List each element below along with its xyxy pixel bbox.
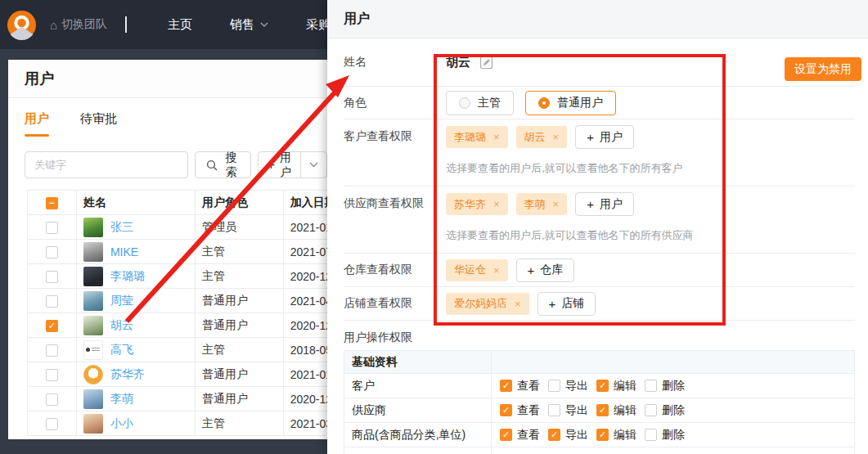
radio-icon (538, 97, 550, 109)
perm-delete[interactable]: 删除 (645, 379, 685, 393)
table-row[interactable]: 小小主管2021-03-04 (28, 411, 328, 436)
perm-checkbox[interactable]: ✓ (596, 380, 609, 392)
user-name-link[interactable]: 苏华齐 (110, 367, 145, 382)
perm-view[interactable]: ✓查看 (500, 428, 540, 443)
close-icon[interactable]: × (515, 298, 521, 310)
op-row: 商品(含商品分类,单位)✓查看✓导出✓编辑删除 (344, 423, 854, 447)
row-checkbox[interactable] (46, 369, 58, 381)
nav-item-sales[interactable]: 销售 (230, 17, 268, 33)
table-row[interactable]: 苏华齐普通用户2021-01-06 (28, 362, 328, 387)
perm-export[interactable]: 导出 (548, 379, 588, 393)
table-row[interactable]: 李璐璐主管2020-12-18 (28, 264, 328, 289)
user-name-link[interactable]: 李璐璐 (110, 269, 145, 284)
add-store-view-button[interactable]: +店铺 (537, 292, 596, 316)
row-checkbox[interactable] (46, 246, 58, 258)
select-all-checkbox[interactable]: − (46, 197, 58, 209)
role-option-supervisor[interactable]: 主管 (446, 91, 514, 115)
add-user-button[interactable]: + 用户 (258, 151, 327, 178)
add-supplier-view-button[interactable]: +用户 (575, 192, 634, 216)
close-icon[interactable]: × (553, 131, 560, 143)
row-checkbox[interactable] (46, 295, 58, 308)
user-avatar (83, 389, 103, 409)
table-row[interactable]: 高飞主管2018-05-29 (28, 338, 328, 362)
row-checkbox[interactable] (46, 344, 58, 357)
perm-edit[interactable]: ✓编辑 (596, 379, 636, 393)
perm-checkbox[interactable] (645, 380, 657, 392)
close-icon[interactable]: × (493, 131, 500, 143)
user-join-date: 2021-03-04 (283, 411, 327, 436)
user-name-link[interactable]: 李萌 (110, 392, 133, 407)
edit-icon[interactable] (479, 56, 493, 70)
role-option-normal-user[interactable]: 普通用户 (525, 91, 616, 115)
nav-item-label: 主页 (168, 17, 192, 33)
perm-edit[interactable]: ✓编辑 (596, 428, 636, 443)
perm-checkbox[interactable]: ✓ (596, 429, 609, 441)
row-checkbox[interactable] (46, 393, 58, 406)
user-name-link[interactable]: 高飞 (110, 343, 133, 357)
user-role: 普通用户 (195, 289, 283, 313)
perm-view[interactable]: ✓查看 (500, 379, 540, 393)
user-role: 普通用户 (195, 387, 283, 411)
table-header-row: −姓名用户角色加入日期 (28, 191, 328, 215)
user-name-link[interactable]: 张三 (110, 220, 133, 235)
perm-checkbox[interactable]: ✓ (596, 404, 609, 416)
user-name-link[interactable]: MIKE (110, 245, 138, 258)
perm-checkbox[interactable] (645, 429, 657, 441)
app-logo-icon[interactable] (7, 10, 37, 40)
close-icon[interactable]: × (493, 264, 500, 276)
table-row[interactable]: ✓胡云普通用户2020-12-18 (28, 313, 328, 338)
set-disabled-button[interactable]: 设置为禁用 (785, 57, 861, 81)
perm-export[interactable]: 导出 (548, 403, 588, 418)
close-icon[interactable]: × (493, 198, 500, 210)
op-group-header: 基础资料 (344, 351, 854, 374)
perm-checkbox[interactable]: ✓ (548, 429, 560, 441)
user-join-date: 2021-04-28 (283, 289, 327, 313)
field-name: 姓名 胡云 (344, 38, 855, 87)
add-button-label: 用户 (600, 130, 623, 145)
tab-pending[interactable]: 待审批 (80, 98, 117, 139)
perm-checkbox[interactable]: ✓ (500, 429, 512, 441)
tab-users[interactable]: 用户 (25, 98, 49, 139)
tag-label: 爱尔妈妈店 (454, 296, 507, 311)
table-row[interactable]: 李萌普通用户2020-12-18 (28, 387, 328, 411)
user-avatar (83, 218, 103, 237)
op-row: 供应商✓查看导出✓编辑删除 (344, 398, 854, 423)
table-row[interactable]: 张三管理员2021-01-07 (28, 215, 328, 240)
column-header-name: 姓名 (76, 191, 195, 215)
nav-item-home[interactable]: 主页 (168, 17, 192, 33)
table-row[interactable]: 周莹普通用户2021-04-28 (28, 289, 328, 313)
perm-edit[interactable]: ✓编辑 (596, 403, 636, 418)
chevron-down-icon[interactable] (301, 152, 326, 178)
user-name-link[interactable]: 小小 (110, 416, 133, 431)
op-row-label: 商品(含商品分类,单位) (344, 423, 492, 447)
user-name-link[interactable]: 胡云 (110, 318, 133, 333)
perm-checkbox[interactable]: ✓ (500, 404, 512, 416)
perm-checkbox[interactable] (645, 404, 657, 416)
perm-label: 删除 (662, 428, 685, 443)
perm-checkbox[interactable] (548, 404, 560, 416)
add-customer-view-button[interactable]: +用户 (575, 125, 634, 149)
close-icon[interactable]: × (553, 198, 560, 210)
perm-view[interactable]: ✓查看 (500, 403, 540, 418)
user-join-date: 2020-12-18 (283, 313, 327, 338)
field-label: 角色 (344, 96, 446, 110)
keyword-input[interactable] (25, 151, 188, 178)
row-checkbox[interactable] (46, 271, 58, 283)
perm-delete[interactable]: 删除 (645, 428, 685, 443)
team-switch-button[interactable]: ⌂ 切换团队 (50, 17, 107, 32)
perm-checkbox[interactable] (548, 380, 560, 392)
view-permission-fields: 客户查看权限李璐璐×胡云×+用户选择要查看的用户后,就可以查看他名下的所有客户供… (327, 119, 868, 321)
perm-checkbox[interactable]: ✓ (500, 380, 512, 392)
perm-export[interactable]: ✓导出 (548, 428, 588, 443)
user-name-link[interactable]: 周莹 (110, 294, 133, 308)
perm-label: 导出 (565, 428, 588, 443)
row-checkbox[interactable] (46, 222, 58, 234)
row-checkbox[interactable]: ✓ (46, 320, 58, 332)
add-warehouse-view-button[interactable]: +仓库 (516, 258, 575, 282)
search-button[interactable]: 搜索 (195, 151, 251, 178)
field-role: 角色 主管普通用户 (344, 87, 855, 119)
table-row[interactable]: MIKE主管2021-07-02 (28, 240, 328, 264)
row-checkbox[interactable] (46, 418, 58, 430)
perm-delete[interactable]: 删除 (645, 403, 685, 418)
plus-icon: + (268, 158, 275, 173)
